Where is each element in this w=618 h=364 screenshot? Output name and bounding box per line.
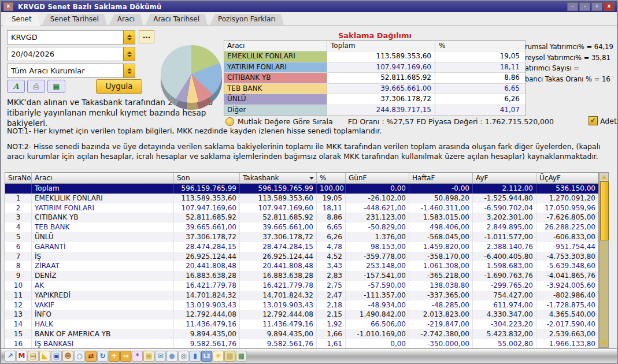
mesh-icon[interactable]: ▦ (143, 351, 154, 362)
window-title: KRVGD Senet Bazlı Saklama Dökümü (18, 3, 162, 11)
table-cell: 12.792.444,08 (174, 310, 240, 320)
scrollbar-thumb[interactable] (600, 181, 609, 240)
stamp-icon[interactable]: ✉ (155, 351, 166, 362)
distribution-row[interactable]: CITIBANK YB52.811.685,928,86 (224, 72, 526, 83)
window-icon[interactable]: ▩ (236, 351, 247, 362)
table-cell: 6,26 (317, 232, 346, 242)
side-stats: rumsal Yatırımcı% = 64,19reysel Yatırımc… (525, 42, 617, 84)
palette-icon[interactable]: * (132, 351, 143, 362)
table-row[interactable]: 12VAKIF13.019.903,4313.019.903,432,18-48… (5, 300, 598, 310)
distribution-row[interactable]: Diğer244.839.717,1541,07 (224, 105, 526, 116)
m-app-icon[interactable]: M (16, 351, 27, 362)
monitor-icon[interactable]: ▣ (51, 351, 62, 362)
column-header-sırano[interactable]: SıraNo (5, 173, 32, 183)
column-header-%[interactable]: % (317, 173, 346, 183)
table-row[interactable]: 6GARANTİ28.474.284,1528.474.284,154,7898… (5, 242, 598, 252)
table-cell: 11.436.479,16 (240, 320, 317, 329)
table-cell: TEB BANK (32, 222, 174, 232)
print-button[interactable]: ⎙ (27, 80, 45, 93)
search-icon[interactable]: ○ (74, 351, 85, 362)
scroll-up-icon[interactable] (600, 173, 608, 181)
excel-export-button[interactable]: ▦ (47, 80, 65, 93)
table-cell: 28.474.284,15 (174, 242, 240, 252)
archive-icon[interactable]: ▥ (224, 351, 235, 362)
refresh-icon[interactable]: ↻ (97, 351, 108, 362)
sun-icon[interactable]: ☀ (213, 351, 224, 362)
table-cell: -50.829,00 (346, 222, 409, 232)
column-header-aracı[interactable]: Aracı (32, 173, 174, 183)
table-row[interactable]: 8ZİRAAT20.441.808,4820.441.808,483,43253… (5, 261, 598, 271)
close-icon[interactable]: x (604, 2, 615, 11)
column-header-takasbank[interactable]: Takasbank (240, 173, 317, 183)
spinner-icon[interactable] (123, 31, 135, 44)
column-header-haftaf[interactable]: HaftaF (409, 173, 473, 183)
notes-icon[interactable]: ▤ (28, 351, 39, 362)
chart-icon[interactable]: ↗ (5, 351, 16, 362)
table-cell: 3 (5, 213, 32, 222)
table-row[interactable]: 1EMEKLILIK FONLARI113.589.353,60113.589.… (5, 194, 598, 203)
table-cell: 1.583.015,00 (409, 213, 473, 222)
table-cell: 1.061.308,00 (409, 261, 473, 271)
table-cell: -1.525.944,80 (473, 194, 536, 203)
users-icon[interactable]: ☻ (62, 351, 73, 362)
sync-icon[interactable]: ⇄ (86, 351, 97, 362)
font-button[interactable]: A (7, 80, 25, 93)
scroll-down-icon[interactable] (600, 339, 608, 347)
table-row[interactable]: Toplam596.159.765,99596.159.765,99100,00… (5, 184, 598, 194)
security-select[interactable]: KRVGD (7, 30, 135, 44)
table-cell: 1.966.133,80 (536, 339, 598, 349)
column-header-günf[interactable]: GünF (346, 173, 409, 183)
folder-icon[interactable]: ◣ (39, 351, 50, 362)
database-icon[interactable]: ▮ (190, 351, 201, 362)
table-cell: 2,18 (317, 300, 346, 310)
table-row[interactable]: 7İŞ26.925.124,4426.925.124,444,52-359.77… (5, 252, 598, 262)
tab-aracı-tarihsel[interactable]: Aracı Tarihsel (145, 14, 208, 25)
table-row[interactable]: 4TEB BANK39.665.661,0039.665.661,006,65-… (5, 222, 598, 232)
table-cell: -57.590,00 (346, 281, 409, 291)
table-cell: 11 (5, 291, 32, 300)
table-cell: 13.019.903,43 (240, 300, 317, 310)
table-row[interactable]: 16İŞ BANKASI9.582.561,769.582.561,761,61… (5, 339, 598, 349)
table-row[interactable]: 11YAPIKREDİ14.701.824,3214.701.824,322,4… (5, 291, 598, 300)
table-row[interactable]: 10AK16.421.779,7816.421.779,782,75-57.59… (5, 281, 598, 291)
radio-icon[interactable] (225, 117, 234, 126)
tab-aracı[interactable]: Aracı (109, 14, 143, 25)
l2-icon[interactable]: L2 (201, 351, 212, 362)
divide-icon[interactable]: ÷ (109, 351, 120, 362)
table-row[interactable]: 2YATIRIM FONLARI107.947.169,60107.947.16… (5, 203, 598, 213)
broker-select[interactable]: Tüm Aracı Kurumlar (7, 64, 135, 78)
tab-senet[interactable]: Senet (3, 14, 40, 25)
preview-icon[interactable]: ◎ (178, 351, 189, 362)
minimize-icon[interactable]: - (567, 2, 578, 11)
table-row[interactable]: 5ÜNLÜ37.306.178,7237.306.178,726,261.376… (5, 232, 598, 242)
tab-pozisyon-farkları[interactable]: Pozisyon Farkları (210, 14, 284, 25)
checkbox-icon[interactable]: ✓ (589, 116, 598, 125)
close-icon[interactable]: x (3, 2, 13, 11)
column-header-üçayf[interactable]: ÜçAyF (536, 173, 598, 183)
spinner-icon[interactable] (123, 47, 135, 61)
column-header-son[interactable]: Son (174, 173, 240, 183)
distribution-row[interactable]: EMEKLILIK FONLARI113.589.353,6019,05 (224, 51, 526, 62)
forward-icon[interactable]: → (120, 351, 131, 362)
blob-icon[interactable]: ● (166, 351, 177, 362)
distribution-row[interactable]: YATIRIM FONLARI107.947.169,6018,11 (224, 62, 526, 73)
distribution-row[interactable]: TEB BANK39.665.661,006,65 (224, 83, 526, 94)
browse-button[interactable]: ... (139, 30, 154, 43)
table-row[interactable]: 3CITIBANK YB52.811.685,9252.811.685,928,… (5, 213, 598, 222)
column-header-ayf[interactable]: AyF (473, 173, 536, 183)
table-cell: 0,00 (346, 339, 409, 349)
table-row[interactable]: 9DENİZ16.883.638,2816.883.638,282,83-157… (5, 271, 598, 281)
apply-button[interactable]: Uygula (96, 79, 142, 94)
table-row[interactable]: 15BANK OF AMERICA YB9.894.435,009.894.43… (5, 329, 598, 339)
spinner-icon[interactable] (123, 64, 135, 77)
tab-senet-tarihsel[interactable]: Senet Tarihsel (42, 14, 107, 25)
date-select[interactable]: 20/04/2026 (7, 47, 135, 61)
table-row[interactable]: 13İNFO12.792.444,0812.792.444,082,151.49… (5, 310, 598, 320)
vertical-scrollbar[interactable] (599, 172, 609, 348)
table-cell: -1.460.311,00 (409, 203, 473, 213)
distribution-row[interactable]: ÜNLÜ37.306.178,726,26 (224, 94, 526, 105)
maximize-icon[interactable]: + (591, 2, 602, 11)
table-row[interactable]: 14HALK11.436.479,1611.436.479,161,9266.5… (5, 320, 598, 329)
restore-icon[interactable]: - (579, 2, 590, 11)
table-cell: 15 (5, 329, 32, 339)
